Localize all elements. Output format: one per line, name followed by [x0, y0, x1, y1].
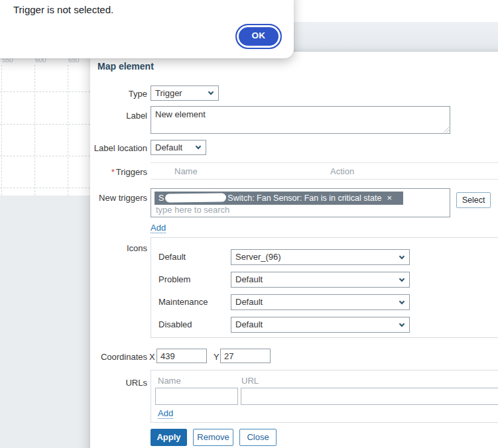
- alert-message: Trigger is not selected.: [13, 4, 113, 15]
- icon-maintenance-value: Default: [235, 297, 263, 307]
- triggers-table-header: Name Action: [151, 162, 498, 180]
- icon-default-value: Server_(96): [235, 252, 281, 262]
- url-url-input[interactable]: [241, 388, 498, 405]
- label-label: Label: [90, 111, 147, 121]
- triggers-column-action: Action: [330, 166, 354, 176]
- map-canvas: 550 600 650: [0, 52, 90, 196]
- chevron-down-icon: [399, 276, 405, 282]
- urls-fieldset: Name URL Add: [151, 370, 498, 423]
- remove-button[interactable]: Remove: [193, 429, 233, 446]
- add-url-link[interactable]: Add: [158, 408, 173, 419]
- new-triggers-multiselect[interactable]: SSwitch: Fan Sensor: Fan is in critical …: [151, 188, 450, 217]
- triggers-column-name: Name: [174, 166, 198, 176]
- browser-alert-dialog: Trigger is not selected. OK: [0, 0, 294, 58]
- icon-disabled-label: Disabled: [158, 317, 192, 333]
- icons-fieldset: Default Server_(96) Problem Default Main…: [151, 237, 498, 338]
- icon-problem-value: Default: [235, 274, 263, 284]
- coordinate-x-input[interactable]: [156, 349, 207, 363]
- label-location-label: Label location: [90, 143, 147, 153]
- page: 550 600 650 Map element Type Trigger Lab…: [0, 0, 498, 448]
- icon-default-label: Default: [158, 249, 186, 265]
- trigger-chip[interactable]: SSwitch: Fan Sensor: Fan is in critical …: [155, 192, 403, 205]
- triggers-label: *Triggers: [90, 167, 147, 177]
- icon-maintenance-select[interactable]: Default: [231, 294, 410, 310]
- coordinate-y-label: Y: [214, 352, 219, 362]
- type-select[interactable]: Trigger: [151, 85, 219, 101]
- dimmed-background: [0, 196, 90, 448]
- label-location-select[interactable]: Default: [151, 140, 206, 155]
- map-gridline-vertical: [1, 65, 2, 196]
- icon-disabled-select[interactable]: Default: [231, 317, 410, 333]
- close-button[interactable]: Close: [239, 429, 277, 446]
- icon-problem-label: Problem: [158, 272, 190, 288]
- apply-button[interactable]: Apply: [151, 429, 187, 446]
- icon-disabled-value: Default: [235, 319, 263, 329]
- coordinate-y-input[interactable]: [220, 349, 271, 363]
- label-textarea[interactable]: New element: [151, 106, 450, 134]
- type-label: Type: [90, 89, 147, 99]
- coordinates-label: Coordinates: [90, 352, 147, 362]
- icons-label: Icons: [90, 243, 147, 253]
- map-gridline-horizontal: [0, 156, 90, 156]
- new-triggers-label: New triggers: [90, 193, 147, 203]
- icon-maintenance-label: Maintenance: [158, 294, 208, 310]
- chevron-down-icon: [208, 89, 214, 95]
- coordinate-x-label: X: [149, 352, 155, 362]
- urls-column-url: URL: [241, 376, 259, 386]
- url-name-input[interactable]: [155, 388, 238, 405]
- select-button[interactable]: Select: [456, 192, 491, 208]
- chevron-down-icon: [196, 144, 201, 149]
- ok-button[interactable]: OK: [235, 24, 282, 49]
- urls-column-name: Name: [158, 376, 181, 386]
- urls-label: URLs: [90, 378, 147, 388]
- type-select-value: Trigger: [155, 88, 182, 98]
- chip-text: Switch: Fan Sensor: Fan is in critical s…: [227, 194, 381, 203]
- dialog-title: Map element: [97, 61, 154, 72]
- map-element-dialog: Map element Type Trigger Label New eleme…: [90, 52, 498, 448]
- chip-remove-icon[interactable]: ×: [387, 193, 392, 203]
- multiselect-placeholder: type here to search: [156, 205, 229, 215]
- map-gridline-horizontal: [0, 188, 90, 188]
- redacted-hostname: [165, 194, 226, 203]
- map-gridline-horizontal: [0, 91, 90, 92]
- icon-problem-select[interactable]: Default: [231, 272, 410, 288]
- map-gridline-horizontal: [0, 124, 90, 125]
- add-trigger-link[interactable]: Add: [151, 223, 166, 233]
- chip-prefix: S: [158, 194, 164, 203]
- chevron-down-icon: [399, 299, 405, 304]
- map-gridline-vertical: [34, 65, 35, 196]
- map-gridline-vertical: [68, 65, 68, 196]
- required-asterisk: *: [111, 167, 115, 177]
- chevron-down-icon: [399, 321, 405, 327]
- label-location-value: Default: [155, 142, 182, 152]
- icon-default-select[interactable]: Server_(96): [231, 249, 410, 265]
- chevron-down-icon: [399, 254, 405, 259]
